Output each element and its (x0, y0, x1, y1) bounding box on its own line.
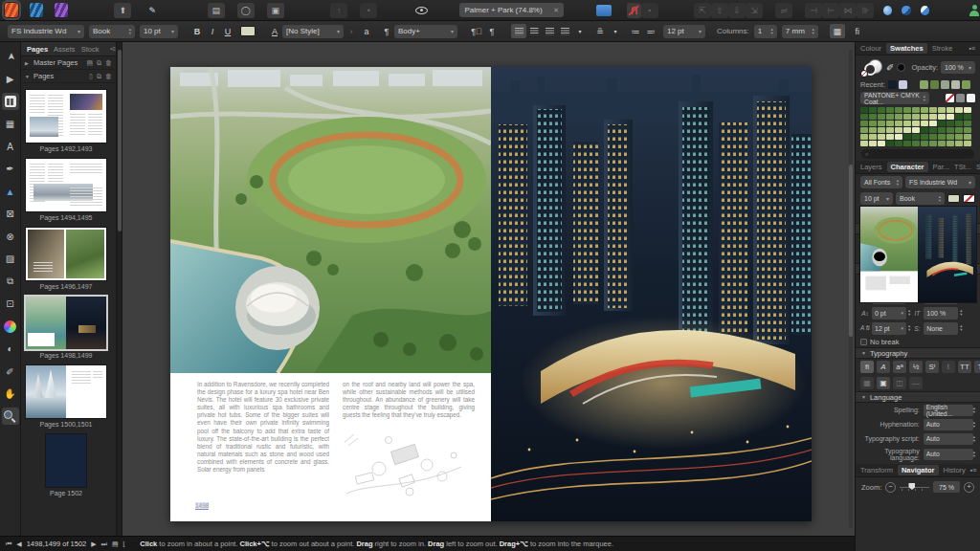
snapping-options-arrow-icon[interactable]: ▾ (641, 3, 658, 18)
colour-swatch[interactable] (921, 127, 928, 133)
colour-swatch[interactable] (929, 127, 937, 133)
order-front-icon[interactable]: ⇱ (694, 3, 711, 18)
colour-swatch[interactable] (947, 134, 954, 140)
move-up-icon[interactable]: ↑ (330, 3, 347, 18)
page-right-1499[interactable] (491, 67, 812, 521)
picture-frame-tool[interactable]: ▨ (2, 251, 19, 268)
colour-swatch[interactable] (947, 141, 954, 146)
colour-swatch[interactable] (899, 80, 907, 89)
font-family-select[interactable]: FS Industrie Wd (8, 25, 84, 38)
colour-picker-tool[interactable]: ✐ (2, 363, 19, 380)
baseline-field[interactable]: 0 pt▾ (872, 307, 906, 320)
justify-icon[interactable]: ⊪ (857, 3, 874, 18)
pen-tool[interactable]: ✒ (2, 161, 19, 178)
text-style-select[interactable]: Body+ (394, 25, 457, 38)
columns-stepper[interactable]: 1 (754, 25, 777, 38)
colour-swatch[interactable] (895, 107, 902, 113)
navigator-preview[interactable] (860, 207, 976, 302)
colour-swatch[interactable] (930, 80, 939, 89)
italic-button[interactable]: I (205, 24, 220, 38)
ligatures-button[interactable]: fi (850, 24, 865, 38)
valign-arrow-icon[interactable]: ▾ (608, 24, 623, 38)
colour-swatch[interactable] (921, 141, 928, 146)
text-frame-options-button[interactable]: ▦ (830, 24, 845, 38)
fill-stroke-selector[interactable] (860, 57, 883, 77)
first-page-icon[interactable]: ⏮ (6, 540, 11, 548)
colour-swatch[interactable] (869, 127, 877, 133)
align-center-text-button[interactable] (526, 24, 542, 38)
zoom-value[interactable]: 75 % (933, 481, 960, 493)
numbered-list-button[interactable]: ≕ (643, 24, 658, 38)
zoom-out-icon[interactable]: − (885, 482, 896, 493)
colour-swatch[interactable] (886, 121, 894, 126)
table-tool[interactable]: ▦ (2, 116, 19, 133)
node-tool[interactable]: ▶ (2, 71, 19, 88)
all-fonts-stepper[interactable]: All Fonts (860, 176, 902, 188)
frame-icon[interactable]: ▣ (267, 3, 284, 18)
colour-swatch[interactable] (895, 127, 902, 133)
colour-swatch[interactable] (947, 114, 954, 120)
vertical-align-button[interactable]: ≞ (592, 24, 608, 38)
fill-tool[interactable] (2, 318, 19, 335)
colour-swatch[interactable] (878, 127, 885, 133)
last-page-icon[interactable]: ⏭ (101, 540, 107, 548)
typography-script-select[interactable]: Auto (924, 433, 973, 445)
typography-button[interactable]: a (359, 24, 374, 38)
colour-swatch[interactable] (860, 107, 868, 113)
panel-menu-icon[interactable]: ▪≡ (969, 45, 975, 52)
colour-swatch[interactable] (955, 114, 963, 120)
account-person-icon[interactable] (968, 4, 980, 17)
export-icon[interactable]: ⬆ (114, 3, 131, 18)
colour-swatch[interactable] (947, 121, 954, 126)
colour-swatch[interactable] (878, 121, 885, 126)
colour-swatch[interactable] (878, 134, 885, 140)
fractions-icon[interactable]: ½ (909, 361, 923, 373)
bullet-list-button[interactable]: ≔ (628, 24, 643, 38)
tab-layers[interactable]: Layers (860, 163, 882, 171)
colour-swatch[interactable] (964, 134, 971, 140)
colour-swatch[interactable] (895, 114, 902, 120)
close-icon[interactable]: ✕ (553, 7, 559, 14)
current-colour-dot[interactable] (897, 63, 905, 72)
tab-assets[interactable]: Assets (54, 45, 76, 54)
colour-swatch[interactable] (962, 80, 970, 89)
snapping-magnet-icon[interactable]: U (627, 3, 641, 18)
crop-tool[interactable]: ⊡ (2, 296, 19, 313)
colour-swatch[interactable] (947, 107, 954, 113)
no-break-checkbox[interactable] (860, 339, 867, 345)
tab-navigator[interactable]: Navigator (898, 465, 939, 475)
move-tool[interactable]: ➤ (2, 48, 19, 65)
eyedropper-icon[interactable]: ✐ (886, 62, 894, 73)
char-font-family-select[interactable]: FS Industrie Wd (905, 176, 975, 188)
colour-swatch[interactable] (938, 127, 946, 133)
page-left-1498[interactable]: In addition to Ravensdore, we recently c… (170, 67, 491, 521)
duplicate-icon[interactable]: ⧉ (97, 59, 101, 67)
char-font-size-select[interactable]: 10 pt (860, 192, 893, 205)
copy-page-icon[interactable]: ⧉ (97, 73, 101, 80)
colour-swatch[interactable] (903, 107, 911, 113)
palette-select[interactable]: PANTONE+ CMYK Coat... (860, 92, 929, 104)
page-thumbnail[interactable]: Pages 1492,1493 (26, 90, 106, 152)
bold-button[interactable]: B (189, 24, 205, 38)
trash-icon[interactable]: 🗑 (105, 59, 112, 67)
colour-swatch[interactable] (912, 107, 920, 113)
colour-swatch[interactable] (860, 114, 868, 120)
white-swatch[interactable] (967, 94, 975, 102)
master-pages-row[interactable]: ▶ Master Pages ▤⧉🗑 (21, 56, 116, 70)
order-back-icon[interactable]: ⇲ (746, 3, 763, 18)
colour-swatch[interactable] (878, 114, 885, 120)
tab-stock[interactable]: Stock (81, 45, 100, 54)
tab-character[interactable]: Character (887, 162, 928, 172)
colour-swatch[interactable] (860, 121, 868, 126)
colour-swatch[interactable] (955, 141, 963, 146)
colour-swatch[interactable] (903, 134, 911, 140)
page-spread[interactable]: In addition to Ravensdore, we recently c… (170, 67, 812, 521)
shape-tool[interactable]: ▲ (2, 183, 19, 200)
colour-swatch[interactable] (860, 127, 868, 133)
canvas-scrollbar[interactable] (849, 50, 853, 528)
colour-swatch[interactable] (955, 121, 963, 126)
align-right-text-button[interactable] (542, 24, 557, 38)
glyph-browser-icon[interactable]: ▣ (877, 377, 890, 389)
page-thumbnail[interactable]: Pages 1494,1495 (26, 159, 106, 221)
superscript-icon[interactable]: aᵃ (893, 361, 906, 373)
